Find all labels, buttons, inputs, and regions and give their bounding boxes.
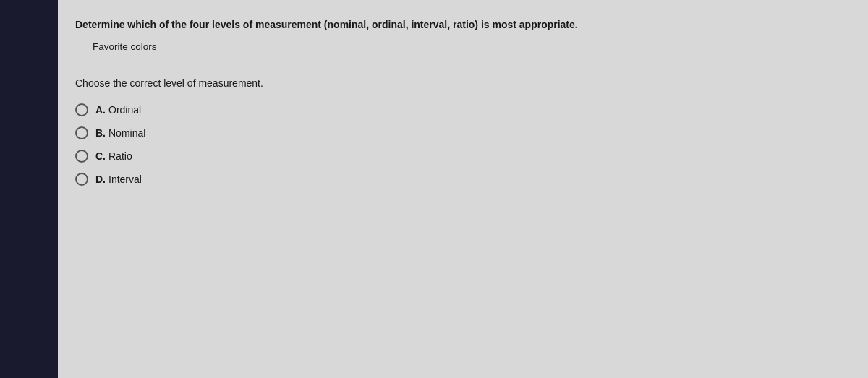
left-panel	[0, 0, 58, 378]
choose-prompt: Choose the correct level of measurement.	[75, 77, 845, 89]
radio-c[interactable]	[75, 150, 88, 163]
instruction-text: Determine which of the four levels of me…	[75, 17, 845, 33]
option-c[interactable]: C.Ratio	[75, 150, 845, 163]
radio-d[interactable]	[75, 173, 88, 186]
option-d[interactable]: D.Interval	[75, 173, 845, 186]
option-b[interactable]: B.Nominal	[75, 126, 845, 139]
option-d-label: D.Interval	[95, 173, 142, 185]
subject-text: Favorite colors	[93, 41, 845, 52]
radio-a[interactable]	[75, 103, 88, 116]
options-list: A.Ordinal B.Nominal C.Ratio D.Interval	[75, 103, 845, 186]
divider	[75, 64, 845, 64]
radio-b[interactable]	[75, 126, 88, 139]
option-c-label: C.Ratio	[95, 150, 132, 162]
option-a-label: A.Ordinal	[95, 104, 141, 116]
option-a[interactable]: A.Ordinal	[75, 103, 845, 116]
main-content: Determine which of the four levels of me…	[58, 0, 868, 378]
option-b-label: B.Nominal	[95, 127, 145, 139]
